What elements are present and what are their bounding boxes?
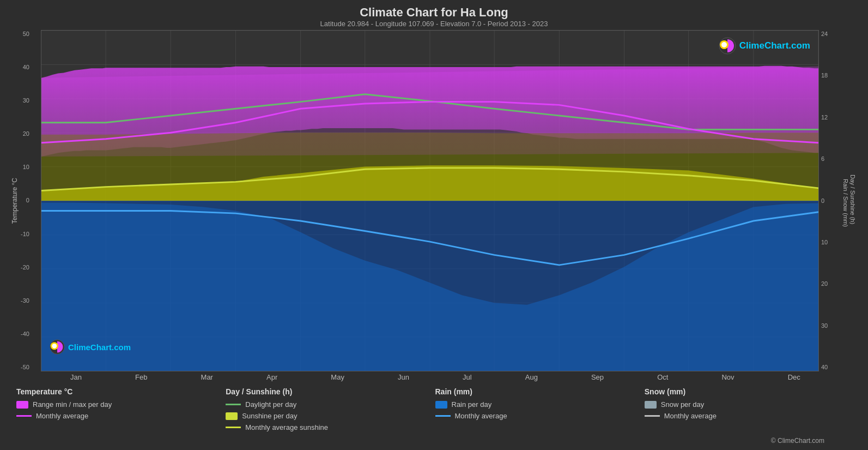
legend-title-sunshine: Day / Sunshine (h) xyxy=(226,387,433,396)
chart-subtitle: Latitude 20.984 - Longitude 107.069 - El… xyxy=(11,20,857,28)
watermark-top-text: ClimeChart.com xyxy=(739,40,810,51)
legend-title-snow: Snow (mm) xyxy=(645,387,852,396)
legend-col-snow: Snow (mm) Snow per day Monthly average xyxy=(645,387,852,431)
chart-header: Climate Chart for Ha Long Latitude 20.98… xyxy=(11,5,857,28)
x-label-jul: Jul xyxy=(463,373,472,381)
y-axis-right-label: Day / Sunshine (h) Rain / Snow (mm) xyxy=(842,175,856,227)
legend-item-rain-swatch: Rain per day xyxy=(435,400,642,409)
legend-line-sunshine-avg xyxy=(226,427,241,428)
x-label-aug: Aug xyxy=(525,373,538,381)
y-tick-right: 10 xyxy=(821,239,828,245)
legend-swatch-temp-range xyxy=(16,401,28,409)
legend-item-daylight: Daylight per day xyxy=(226,400,433,409)
x-label-jan: Jan xyxy=(70,373,82,381)
chart-title: Climate Chart for Ha Long xyxy=(11,5,857,20)
legend-item-temp-range: Range min / max per day xyxy=(16,400,223,409)
y-tick-right: 20 xyxy=(821,281,828,287)
x-label-apr: Apr xyxy=(266,373,277,381)
y-tick: 40 xyxy=(23,64,29,70)
x-label-nov: Nov xyxy=(721,373,734,381)
y-tick: 0 xyxy=(26,197,29,203)
y-tick: -40 xyxy=(21,331,29,337)
legend-area: Temperature °C Range min / max per day M… xyxy=(11,383,857,436)
y-tick: -50 xyxy=(21,364,29,370)
chart-svg xyxy=(41,31,818,371)
legend-label-sunshine-avg: Monthly average sunshine xyxy=(245,423,328,431)
legend-col-sunshine: Day / Sunshine (h) Daylight per day Suns… xyxy=(226,387,433,431)
y-tick-right: 18 xyxy=(821,73,828,79)
legend-line-daylight xyxy=(226,404,241,405)
y-tick: 30 xyxy=(23,98,29,104)
svg-point-5 xyxy=(52,344,57,349)
legend-col-rain: Rain (mm) Rain per day Monthly average xyxy=(435,387,642,431)
y-tick: 20 xyxy=(23,131,29,137)
y-tick-right: 40 xyxy=(821,364,828,370)
copyright: © ClimeChart.com xyxy=(11,437,857,445)
svg-point-2 xyxy=(721,42,727,47)
legend-line-rain-avg xyxy=(435,415,451,417)
y-tick: 10 xyxy=(23,164,29,170)
legend-title-rain: Rain (mm) xyxy=(435,387,642,396)
y-tick-right: 12 xyxy=(821,115,828,121)
y-tick-right: 30 xyxy=(821,323,828,329)
legend-line-temp-avg xyxy=(16,415,32,417)
svg-marker-34 xyxy=(41,67,818,157)
watermark-bottom: ClimeChart.com xyxy=(50,339,131,355)
legend-title-temperature: Temperature °C xyxy=(16,387,223,396)
legend-item-temp-avg: Monthly average xyxy=(16,412,223,420)
x-axis-labels: Jan Feb Mar Apr May Jun Jul Aug Sep Oct … xyxy=(11,371,857,383)
legend-item-sunshine-avg: Monthly average sunshine xyxy=(226,423,433,431)
x-label-dec: Dec xyxy=(788,373,800,381)
legend-label-daylight: Daylight per day xyxy=(245,400,296,409)
y-axis-right: 24 18 12 6 0 10 20 30 40 Day / Sunshine … xyxy=(819,30,857,371)
y-tick-right: 0 xyxy=(821,198,824,204)
legend-item-snow-avg: Monthly average xyxy=(645,412,852,420)
legend-swatch-rain xyxy=(435,401,447,409)
legend-swatch-snow xyxy=(645,401,657,409)
legend-label-rain-avg: Monthly average xyxy=(455,412,507,420)
legend-line-snow-avg xyxy=(645,415,660,417)
y-tick: -20 xyxy=(21,265,29,271)
watermark-bottom-text: ClimeChart.com xyxy=(68,343,131,352)
x-label-jun: Jun xyxy=(398,373,409,381)
x-label-oct: Oct xyxy=(657,373,668,381)
x-label-mar: Mar xyxy=(201,373,213,381)
x-label-may: May xyxy=(331,373,344,381)
watermark-top: ClimeChart.com xyxy=(719,37,810,55)
y-axis-left: Temperature °C 50 40 30 20 10 0 -10 -20 … xyxy=(11,30,41,371)
y-tick-right: 24 xyxy=(821,31,828,37)
x-label-sep: Sep xyxy=(591,373,604,381)
legend-label-sunshine: Sunshine per day xyxy=(242,412,297,420)
y-tick-right: 6 xyxy=(821,156,824,162)
y-tick: -10 xyxy=(21,231,29,237)
y-tick: 50 xyxy=(23,31,29,37)
legend-label-temp-range: Range min / max per day xyxy=(33,400,112,409)
legend-label-temp-avg: Monthly average xyxy=(36,412,88,420)
y-axis-left-label: Temperature °C xyxy=(11,178,19,224)
legend-item-sunshine-swatch: Sunshine per day xyxy=(226,412,433,420)
y-tick: -30 xyxy=(21,298,29,304)
legend-col-temperature: Temperature °C Range min / max per day M… xyxy=(16,387,223,431)
legend-item-snow-swatch: Snow per day xyxy=(645,400,852,409)
legend-label-snow: Snow per day xyxy=(661,400,705,409)
x-label-feb: Feb xyxy=(135,373,147,381)
legend-item-rain-avg: Monthly average xyxy=(435,412,642,420)
legend-label-snow-avg: Monthly average xyxy=(664,412,717,420)
legend-label-rain: Rain per day xyxy=(452,400,492,409)
chart-canvas: ClimeChart.com ClimeChart.com xyxy=(41,30,819,371)
legend-swatch-sunshine xyxy=(226,412,238,420)
